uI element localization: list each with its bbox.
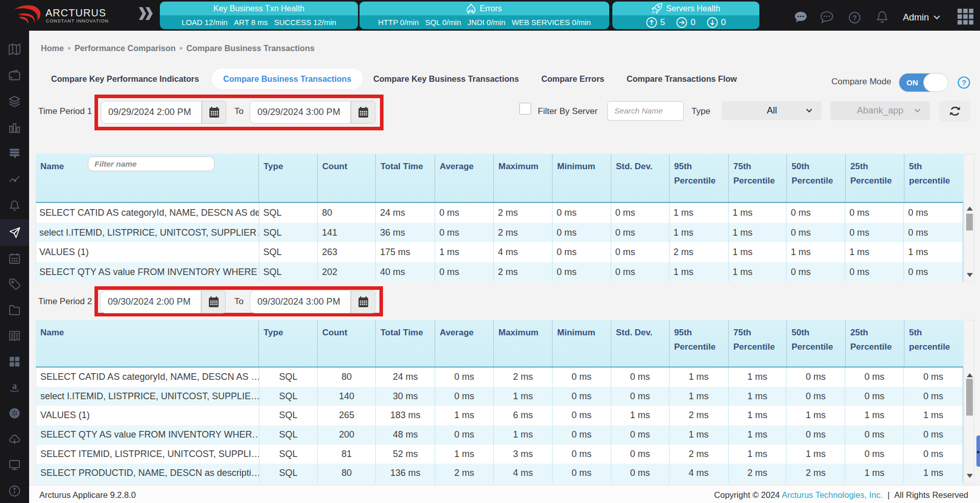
svg-text:?: ? (962, 78, 966, 87)
svg-text:a: a (12, 382, 17, 391)
svg-text:?: ? (852, 14, 857, 22)
